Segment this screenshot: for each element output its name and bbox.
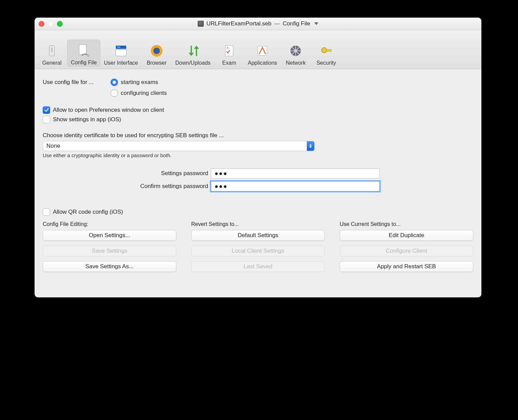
preferences-window: URLFilterExamPortal.seb — Config File Ge… [35,18,481,297]
select-arrows-icon [307,141,314,151]
col-revert: Revert Settings to... Default Settings L… [191,221,325,277]
applications-icon [254,42,271,59]
confirm-password-row: Confirm settings password ●●● [43,181,473,191]
title-section: Config File [283,20,310,27]
col-editing: Config File Editing: Open Settings... Sa… [43,221,176,277]
default-settings-button[interactable]: Default Settings [191,230,325,241]
toolbar: General Config File File User Interface … [35,30,481,69]
svg-rect-19 [326,49,331,51]
show-ios-option: Show settings in app (iOS) [43,116,473,123]
settings-password-value: ●●● [215,170,228,177]
config-file-icon [75,42,92,59]
allow-preferences-label[interactable]: Allow to open Preferences window on clie… [53,107,164,113]
settings-password-label: Settings password [43,170,211,177]
radio-starting-exams[interactable] [111,79,118,86]
radio-starting-exams-label[interactable]: starting exams [121,79,158,86]
tab-config-file[interactable]: Config File [67,40,100,67]
browser-icon [148,42,165,59]
edit-duplicate-button[interactable]: Edit Duplicate [340,230,473,241]
allow-qr-option: Allow QR code config (iOS) [43,208,473,216]
use-config-label: Use config file for ... [43,79,111,86]
confirm-password-input[interactable]: ●●● [211,181,380,191]
allow-qr-label[interactable]: Allow QR code config (iOS) [53,209,123,215]
col-revert-header: Revert Settings to... [191,221,325,227]
use-config-row-2: configuring clients [43,89,473,97]
security-icon [318,42,335,59]
certificate-select[interactable]: None [43,141,315,151]
titlebar: URLFilterExamPortal.seb — Config File [35,18,481,30]
user-interface-icon: File [113,42,130,59]
save-settings-as-button[interactable]: Save Settings As... [43,261,176,272]
down-uploads-icon [184,42,201,59]
open-settings-button[interactable]: Open Settings... [43,230,176,241]
title-dropdown-icon [314,22,318,25]
tab-exam[interactable]: A- Exam [214,40,244,67]
config-file-pane: Use config file for ... starting exams c… [35,69,481,283]
configure-client-button: Configure Client [340,246,473,256]
minimize-window-button[interactable] [48,21,54,27]
tab-security[interactable]: Security [311,40,341,67]
use-config-row: Use config file for ... starting exams [43,79,473,86]
settings-password-input[interactable]: ●●● [211,168,380,178]
save-settings-button: Save Settings [43,246,176,256]
traffic-lights [39,21,63,27]
tab-down-uploads[interactable]: Down/Uploads [172,40,214,67]
certificate-label: Choose identity certificate to be used f… [43,132,473,139]
allow-preferences-checkbox[interactable] [43,106,50,114]
document-icon [198,21,204,27]
tab-network[interactable]: Network [280,40,311,67]
confirm-password-label: Confirm settings password [43,183,211,190]
certificate-value: None [46,143,60,149]
exam-icon: A- [221,42,238,59]
action-columns: Config File Editing: Open Settings... Sa… [43,221,473,277]
allow-preferences-option: Allow to open Preferences window on clie… [43,106,473,114]
settings-password-row: Settings password ●●● [43,168,473,178]
svg-text:File: File [117,46,120,48]
show-ios-checkbox[interactable] [43,116,50,123]
certificate-hint: Use either a cryptographic identity or a… [43,152,473,158]
radio-configuring-clients[interactable] [111,89,118,97]
col-editing-header: Config File Editing: [43,221,176,227]
title-separator: — [274,20,280,27]
radio-configuring-clients-label[interactable]: configuring clients [121,90,167,97]
tab-applications[interactable]: Applications [244,40,280,67]
local-client-settings-button: Local Client Settings [191,246,325,256]
title-filename: URLFilterExamPortal.seb [206,20,272,27]
svg-rect-1 [51,47,53,52]
apply-restart-seb-button[interactable]: Apply and Restart SEB [340,261,473,272]
svg-rect-2 [79,45,86,55]
tab-general[interactable]: General [37,40,67,67]
tab-user-interface[interactable]: File User Interface [100,40,141,67]
window-title[interactable]: URLFilterExamPortal.seb — Config File [198,20,318,27]
network-icon [287,42,304,59]
zoom-window-button[interactable] [57,21,63,27]
col-use: Use Current Settings to... Edit Duplicat… [340,221,473,277]
last-saved-button: Last Saved [191,261,325,272]
show-ios-label[interactable]: Show settings in app (iOS) [53,116,121,123]
general-icon [43,42,60,59]
confirm-password-value: ●●● [215,183,228,190]
svg-point-8 [153,47,160,54]
col-use-header: Use Current Settings to... [340,221,473,227]
svg-text:A-: A- [226,46,229,49]
close-window-button[interactable] [39,21,44,27]
allow-qr-checkbox[interactable] [43,208,50,216]
svg-point-3 [87,55,90,57]
tab-browser[interactable]: Browser [141,40,172,67]
svg-rect-5 [116,49,126,56]
